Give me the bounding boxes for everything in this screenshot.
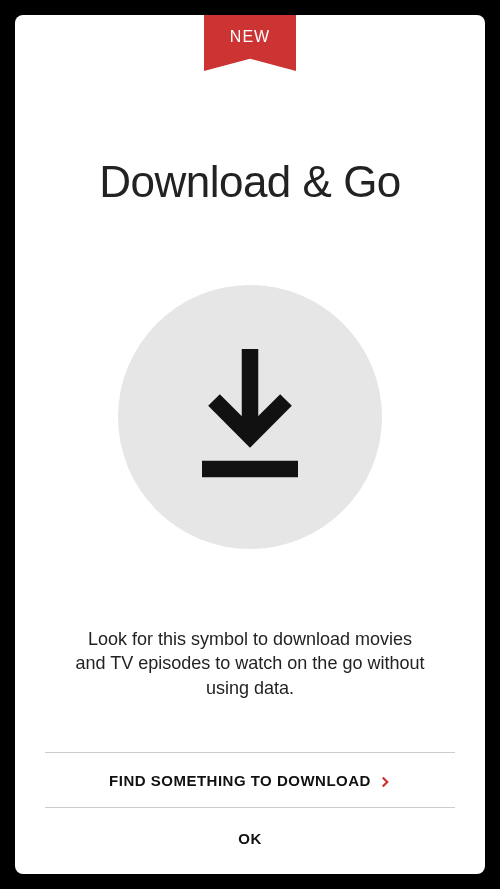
ok-button[interactable]: OK [15, 808, 485, 868]
download-icon [175, 340, 325, 494]
description-text: Look for this symbol to download movies … [75, 627, 425, 700]
ribbon-label: NEW [230, 28, 270, 46]
page-title: Download & Go [99, 157, 401, 207]
download-go-modal: NEW Download & Go Look for this symbol t… [15, 15, 485, 874]
new-ribbon: NEW [204, 15, 296, 71]
download-icon-circle [118, 285, 382, 549]
ok-label: OK [238, 830, 262, 847]
find-download-label: FIND SOMETHING TO DOWNLOAD [109, 772, 371, 789]
chevron-right-icon [379, 774, 391, 786]
find-download-button[interactable]: FIND SOMETHING TO DOWNLOAD [45, 752, 455, 808]
